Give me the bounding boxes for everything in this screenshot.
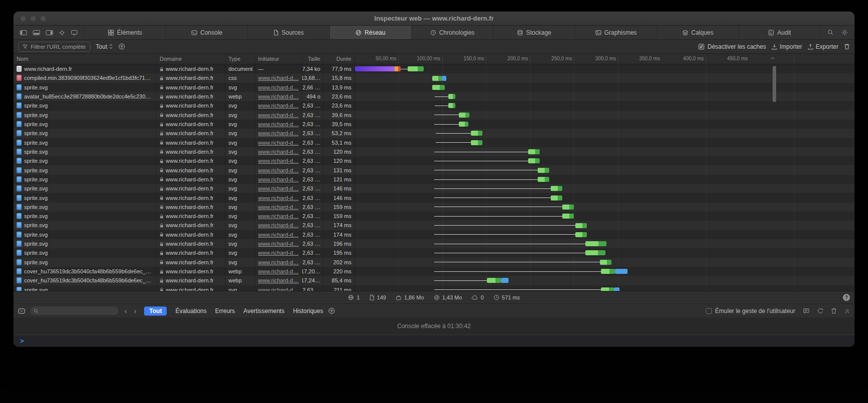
initiator-link[interactable]: www.richard-d… — [258, 149, 299, 155]
dock-right-icon[interactable] — [46, 30, 53, 36]
search-icon[interactable] — [827, 29, 834, 36]
network-request-row[interactable]: sprite.svgwww.richard-dern.frsvgwww.rich… — [14, 175, 854, 184]
initiator-link[interactable]: www.richard-d… — [258, 185, 299, 191]
filter-scope-icon[interactable] — [118, 43, 125, 50]
initiator-link[interactable]: www.richard-d… — [258, 241, 299, 247]
network-request-row[interactable]: sprite.svgwww.richard-dern.frsvgwww.rich… — [14, 230, 854, 239]
column-header-domain[interactable]: Domaine — [157, 54, 225, 64]
tab-console[interactable]: Console — [166, 26, 247, 39]
network-request-row[interactable]: sprite.svgwww.richard-dern.frsvgwww.rich… — [14, 239, 854, 248]
initiator-link[interactable]: www.richard-d… — [258, 158, 299, 164]
dock-bottom-icon[interactable] — [33, 30, 40, 36]
clear-console-icon[interactable] — [831, 308, 837, 314]
dock-side-icon[interactable] — [20, 30, 27, 36]
initiator-link[interactable]: www.richard-d… — [258, 195, 299, 201]
console-scope-3[interactable]: Avertissements — [243, 308, 285, 315]
initiator-link[interactable]: www.richard-d… — [258, 75, 299, 81]
tab-network[interactable]: Réseau — [329, 26, 411, 39]
initiator-link[interactable]: www.richard-d… — [258, 167, 299, 173]
device-settings-icon[interactable] — [71, 30, 78, 36]
network-request-row[interactable]: sprite.svgwww.richard-dern.frsvgwww.rich… — [14, 120, 854, 129]
network-request-row[interactable]: sprite.svgwww.richard-dern.frsvgwww.rich… — [14, 147, 854, 156]
emulate-gesture-checkbox[interactable]: Émuler le geste de l'utilisateur — [706, 308, 795, 315]
minimize-window-button[interactable] — [30, 16, 36, 22]
initiator-link[interactable]: www.richard-d… — [258, 213, 299, 219]
export-button[interactable]: Exporter — [808, 43, 838, 50]
initiator-link[interactable]: www.richard-d… — [258, 130, 299, 136]
help-button[interactable]: ? — [843, 294, 850, 301]
network-request-row[interactable]: sprite.svgwww.richard-dern.frsvgwww.rich… — [14, 193, 854, 202]
console-scope-icon[interactable] — [18, 308, 25, 314]
initiator-link[interactable]: www.richard-d… — [258, 103, 299, 109]
network-request-row[interactable]: sprite.svgwww.richard-dern.frsvgwww.rich… — [14, 203, 854, 212]
network-request-row[interactable]: sprite.svgwww.richard-dern.frsvgwww.rich… — [14, 111, 854, 120]
tab-sources[interactable]: Sources — [247, 26, 329, 39]
request-type-cell: svg — [225, 111, 255, 120]
network-request-row[interactable]: cover_hu736519dc3b5040cfa48b6b559b6de6ec… — [14, 276, 854, 285]
network-request-row[interactable]: sprite.svgwww.richard-dern.frsvgwww.rich… — [14, 138, 854, 147]
network-request-row[interactable]: www.richard-dern.frwww.richard-dern.frdo… — [14, 64, 854, 73]
column-header-name[interactable]: Nom — [14, 54, 157, 64]
initiator-link[interactable]: www.richard-d… — [258, 93, 299, 99]
column-header-initiator[interactable]: Initiateur — [255, 54, 302, 64]
initiator-link[interactable]: www.richard-d… — [258, 287, 299, 291]
close-window-button[interactable] — [20, 16, 26, 22]
initiator-link[interactable]: www.richard-d… — [258, 268, 299, 274]
tab-storage[interactable]: Stockage — [493, 26, 575, 39]
initiator-link[interactable]: www.richard-d… — [258, 204, 299, 210]
console-search-field[interactable] — [30, 307, 118, 315]
trash-icon[interactable] — [844, 43, 850, 50]
initiator-link[interactable]: www.richard-d… — [258, 84, 299, 90]
request-name: compiled.min.38390909f303624ed9e1cf1bd3f… — [24, 75, 153, 81]
initiator-link[interactable]: www.richard-d… — [258, 259, 299, 265]
initiator-link[interactable]: www.richard-d… — [258, 222, 299, 228]
network-request-row[interactable]: avatar_hu85ecc3e298728880b0bde2dcc4e5c23… — [14, 92, 854, 101]
initiator-link[interactable]: www.richard-d… — [258, 112, 299, 118]
tab-timelines[interactable]: Chronologies — [411, 26, 493, 39]
preserve-log-icon[interactable] — [817, 308, 823, 314]
tab-elements[interactable]: Éléments — [84, 26, 166, 39]
console-scope-4[interactable]: Historiques — [293, 308, 323, 315]
history-forward-icon[interactable]: › — [133, 308, 138, 315]
tab-layers[interactable]: Calques — [657, 26, 738, 39]
resource-type-popup[interactable]: Tout — [96, 43, 113, 50]
initiator-link[interactable]: www.richard-d… — [258, 176, 299, 182]
column-header-size[interactable]: Taille — [302, 54, 324, 64]
initiator-link[interactable]: www.richard-d… — [258, 250, 299, 256]
initiator-link[interactable]: www.richard-d… — [258, 140, 299, 146]
network-request-row[interactable]: sprite.svgwww.richard-dern.frsvgwww.rich… — [14, 258, 854, 267]
initiator-link[interactable]: www.richard-d… — [258, 121, 299, 127]
url-filter-field[interactable]: Filtrer l'URL complète — [18, 42, 90, 52]
tab-audit[interactable]: Audit — [738, 26, 820, 39]
history-back-icon[interactable]: ‹ — [123, 308, 128, 315]
element-picker-icon[interactable] — [59, 30, 65, 36]
network-request-row[interactable]: sprite.svgwww.richard-dern.frsvgwww.rich… — [14, 129, 854, 138]
network-request-row[interactable]: sprite.svgwww.richard-dern.frsvgwww.rich… — [14, 83, 854, 92]
gear-icon[interactable] — [841, 29, 848, 36]
console-scope-0[interactable]: Tout — [144, 307, 167, 316]
network-request-row[interactable]: sprite.svgwww.richard-dern.frsvgwww.rich… — [14, 165, 854, 174]
network-request-row[interactable]: sprite.svgwww.richard-dern.frsvgwww.rich… — [14, 156, 854, 165]
network-request-row[interactable]: cover_hu736519dc3b5040cfa48b6b559b6de6ec… — [14, 267, 854, 276]
console-filter-icon[interactable] — [328, 308, 335, 314]
disable-caches-checkbox[interactable]: ✓ Désactiver les caches — [698, 43, 766, 50]
network-request-row[interactable]: sprite.svgwww.richard-dern.frsvgwww.rich… — [14, 285, 854, 291]
collapse-ruler-icon[interactable] — [770, 57, 775, 60]
tab-graphics[interactable]: Graphismes — [575, 26, 657, 39]
import-button[interactable]: Importer — [772, 43, 802, 50]
network-request-row[interactable]: sprite.svgwww.richard-dern.frsvgwww.rich… — [14, 221, 854, 230]
console-scope-1[interactable]: Évaluations — [175, 308, 206, 315]
initiator-link[interactable]: www.richard-d… — [258, 277, 299, 283]
column-header-duration[interactable]: Durée — [324, 54, 355, 64]
initiator-link[interactable]: www.richard-d… — [258, 232, 299, 238]
console-messages-icon[interactable] — [803, 308, 810, 314]
expand-console-icon[interactable] — [844, 308, 850, 314]
zoom-window-button[interactable] — [40, 16, 46, 22]
network-request-row[interactable]: sprite.svgwww.richard-dern.frsvgwww.rich… — [14, 101, 854, 110]
network-request-row[interactable]: compiled.min.38390909f303624ed9e1cf1bd3f… — [14, 73, 854, 82]
network-request-row[interactable]: sprite.svgwww.richard-dern.frsvgwww.rich… — [14, 212, 854, 221]
console-scope-2[interactable]: Erreurs — [215, 308, 235, 315]
network-request-row[interactable]: sprite.svgwww.richard-dern.frsvgwww.rich… — [14, 248, 854, 257]
network-request-row[interactable]: sprite.svgwww.richard-dern.frsvgwww.rich… — [14, 184, 854, 193]
column-header-type[interactable]: Type — [225, 54, 255, 64]
